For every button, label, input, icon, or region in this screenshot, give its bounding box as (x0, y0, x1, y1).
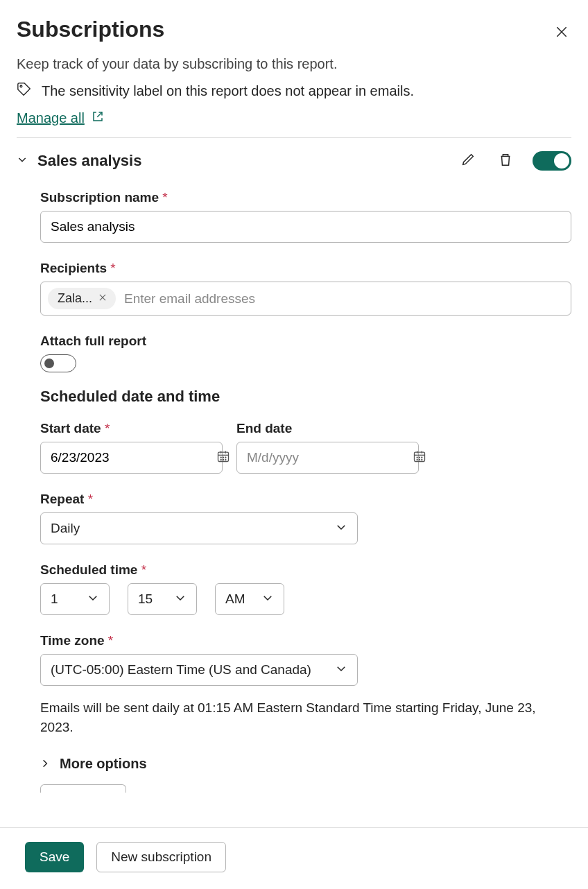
repeat-value: Daily (51, 521, 80, 536)
clipped-content (40, 784, 126, 793)
hour-select[interactable]: 1 (40, 583, 110, 615)
recipient-chip-text: Zala... (58, 291, 92, 306)
end-date-label: End date (236, 421, 419, 436)
minute-value: 15 (138, 592, 153, 607)
hour-value: 1 (51, 592, 58, 607)
sensitivity-note-row: The sensitivity label on this report doe… (17, 82, 571, 101)
svg-point-22 (422, 457, 422, 458)
ampm-select[interactable]: AM (215, 583, 284, 615)
svg-point-11 (223, 457, 224, 458)
close-icon (98, 293, 107, 304)
chevron-down-icon (335, 662, 347, 678)
new-subscription-button[interactable]: New subscription (96, 842, 226, 872)
recipients-label: Recipients (40, 261, 571, 276)
chevron-down-icon (174, 592, 187, 607)
svg-point-25 (422, 460, 422, 460)
sensitivity-note-text: The sensitivity label on this report doe… (42, 83, 414, 99)
schedule-summary: Emails will be sent daily at 01:15 AM Ea… (40, 698, 571, 736)
svg-point-20 (417, 457, 417, 458)
close-button[interactable] (552, 22, 571, 44)
pencil-icon (460, 159, 476, 169)
edit-button[interactable] (458, 149, 478, 172)
chevron-right-icon (40, 756, 50, 772)
recipient-chip-remove[interactable] (96, 293, 109, 305)
timezone-label: Time zone (40, 633, 571, 648)
tag-icon (17, 82, 32, 101)
chevron-down-icon (87, 592, 99, 607)
subscription-header: Sales analysis (17, 149, 571, 172)
svg-line-3 (97, 112, 102, 117)
recipient-chip: Zala... (48, 288, 116, 309)
start-date-label: Start date (40, 421, 223, 436)
svg-point-10 (220, 457, 221, 458)
minute-select[interactable]: 15 (128, 583, 197, 615)
external-link-icon (92, 110, 104, 126)
save-button[interactable]: Save (25, 842, 84, 872)
scheduled-time-label: Scheduled time (40, 562, 571, 578)
panel-content: Subscriptions Keep track of your data by… (0, 0, 588, 827)
page-subtitle: Keep track of your data by subscribing t… (17, 56, 571, 72)
attach-full-report-label: Attach full report (40, 334, 571, 349)
manage-all-link[interactable]: Manage all (17, 110, 104, 126)
calendar-icon (413, 449, 426, 466)
svg-point-24 (420, 460, 420, 460)
svg-point-12 (225, 457, 226, 458)
divider (17, 137, 571, 138)
chevron-down-icon (261, 592, 274, 607)
ampm-value: AM (225, 592, 245, 607)
timezone-select[interactable]: (UTC-05:00) Eastern Time (US and Canada) (40, 654, 358, 686)
recipients-input-container[interactable]: Zala... (40, 282, 571, 316)
svg-point-15 (225, 460, 226, 460)
svg-point-21 (420, 457, 420, 458)
recipients-input[interactable] (123, 291, 564, 307)
repeat-label: Repeat (40, 492, 571, 507)
trash-icon (498, 159, 513, 169)
delete-button[interactable] (495, 149, 516, 172)
end-date-field[interactable] (236, 442, 419, 474)
more-options-label: More options (60, 756, 147, 772)
manage-all-label: Manage all (17, 110, 85, 126)
end-date-input[interactable] (245, 449, 413, 466)
subscriptions-panel: Subscriptions Keep track of your data by… (0, 0, 588, 889)
start-date-field[interactable] (40, 442, 223, 474)
subscription-name-label: Subscription name (40, 190, 571, 205)
svg-point-23 (417, 460, 417, 460)
subscription-form: Subscription name Recipients Zala... (17, 190, 571, 793)
svg-point-2 (20, 85, 22, 87)
chevron-down-icon (17, 154, 28, 168)
chevron-down-icon (335, 521, 347, 537)
subscription-expand[interactable]: Sales analysis (17, 152, 141, 170)
schedule-heading: Scheduled date and time (40, 388, 571, 406)
more-options-toggle[interactable]: More options (40, 756, 571, 772)
svg-point-13 (220, 460, 221, 460)
panel-footer: Save New subscription (0, 827, 588, 889)
svg-point-14 (223, 460, 224, 460)
subscription-enabled-toggle[interactable] (533, 151, 571, 171)
calendar-icon (216, 449, 230, 466)
attach-full-report-toggle[interactable] (40, 354, 76, 372)
page-title: Subscriptions (17, 17, 164, 42)
close-icon (555, 31, 569, 41)
repeat-select[interactable]: Daily (40, 512, 358, 544)
timezone-value: (UTC-05:00) Eastern Time (US and Canada) (51, 662, 311, 677)
subscription-name-input[interactable] (40, 211, 571, 243)
start-date-input[interactable] (49, 449, 216, 466)
subscription-title: Sales analysis (37, 152, 141, 170)
